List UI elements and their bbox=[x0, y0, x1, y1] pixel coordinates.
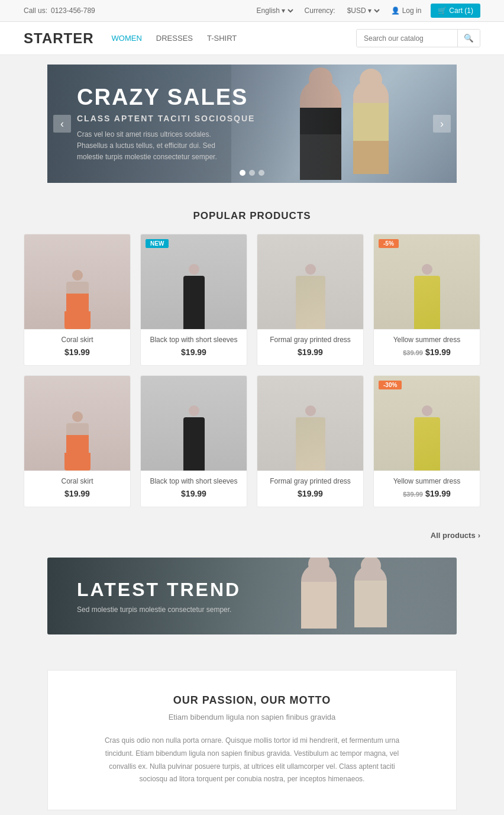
header-left: STARTER WOMEN DRESSES T-SHIRT bbox=[24, 30, 237, 47]
cart-button[interactable]: 🛒 Cart (1) bbox=[431, 4, 480, 18]
top-bar-right: English ▾ Currency: $USD ▾ 👤 Log in 🛒 Ca… bbox=[254, 4, 480, 18]
product-card: -5% Yellow summer dress $39.99$19.99 bbox=[373, 234, 480, 366]
currency-label: Currency: bbox=[305, 7, 335, 15]
top-bar: Call us: 0123-456-789 English ▾ Currency… bbox=[0, 0, 504, 22]
arrow-right-icon: › bbox=[478, 531, 480, 540]
hero-dot-2[interactable] bbox=[249, 170, 255, 176]
product-image bbox=[374, 376, 480, 471]
phone-number: 0123-456-789 bbox=[51, 7, 95, 15]
all-products-link-container: All products › bbox=[0, 525, 504, 552]
products-grid-row1: Coral skirt $19.99 NEW Black top with sh… bbox=[24, 234, 480, 366]
trend-banner-wrapper: LATEST TREND Sed molestie turpis molesti… bbox=[0, 552, 504, 646]
products-grid-row2: Coral skirt $19.99 Black top with short … bbox=[24, 375, 480, 507]
motto-title: OUR PASSION, OUR MOTTO bbox=[95, 694, 409, 707]
product-price: $19.99 bbox=[148, 347, 240, 357]
product-info: Black top with short sleeves $19.99 bbox=[141, 471, 247, 507]
product-info: Coral skirt $19.99 bbox=[24, 471, 130, 507]
hero-body: Cras vel leo sit amet risus ultrices sod… bbox=[77, 129, 231, 163]
product-name: Formal gray printed dress bbox=[264, 336, 356, 344]
product-price: $19.99 bbox=[31, 347, 123, 357]
motto-subtitle: Etiam bibendum ligula non sapien finibus… bbox=[104, 710, 400, 724]
user-icon: 👤 bbox=[391, 7, 400, 15]
hero-title: CRAZY SALES bbox=[77, 85, 255, 110]
product-old-price: $39.99 bbox=[403, 491, 423, 498]
product-price: $19.99 bbox=[264, 489, 356, 498]
hero-next-button[interactable]: › bbox=[433, 115, 451, 133]
product-card: Coral skirt $19.99 bbox=[24, 375, 131, 507]
product-badge-sale: -5% bbox=[379, 239, 399, 248]
hero-subtitle: CLASS APTENT TACITI SOCIOSQUE bbox=[77, 114, 255, 123]
product-name: Black top with short sleeves bbox=[148, 336, 240, 344]
product-price: $39.99$19.99 bbox=[381, 347, 473, 357]
product-info: Black top with short sleeves $19.99 bbox=[141, 329, 247, 365]
nav-women[interactable]: WOMEN bbox=[112, 34, 142, 43]
motto-wrapper: OUR PASSION, OUR MOTTO Etiam bibendum li… bbox=[0, 646, 504, 815]
product-price: $19.99 bbox=[31, 489, 123, 498]
motto-section: OUR PASSION, OUR MOTTO Etiam bibendum li… bbox=[47, 670, 457, 810]
nav-tshirt[interactable]: T-SHIRT bbox=[207, 34, 237, 43]
login-link[interactable]: 👤 Log in bbox=[391, 7, 422, 15]
product-card: Formal gray printed dress $19.99 bbox=[257, 375, 364, 507]
product-info: Formal gray printed dress $19.99 bbox=[257, 471, 363, 507]
hero-dot-3[interactable] bbox=[259, 170, 264, 176]
product-image bbox=[141, 376, 247, 471]
product-name: Formal gray printed dress bbox=[264, 477, 356, 485]
motto-body: Cras quis odio non nulla porta ornare. Q… bbox=[104, 735, 400, 785]
call-label: Call us: bbox=[24, 7, 47, 15]
product-name: Yellow summer dress bbox=[381, 477, 473, 485]
search-icon: 🔍 bbox=[464, 34, 474, 43]
nav-dresses[interactable]: DRESSES bbox=[156, 34, 193, 43]
product-badge-sale: -30% bbox=[379, 381, 402, 389]
product-info: Formal gray printed dress $19.99 bbox=[257, 329, 363, 365]
header: STARTER WOMEN DRESSES T-SHIRT 🔍 bbox=[0, 22, 504, 55]
product-name: Yellow summer dress bbox=[381, 336, 473, 344]
popular-products-title: POPULAR PRODUCTS bbox=[24, 210, 480, 222]
language-select[interactable]: English ▾ bbox=[254, 6, 295, 15]
product-price: $19.99 bbox=[148, 489, 240, 498]
search-input[interactable] bbox=[357, 30, 457, 47]
product-badge-new: NEW bbox=[146, 239, 169, 248]
cart-icon: 🛒 bbox=[438, 7, 447, 15]
main-nav: WOMEN DRESSES T-SHIRT bbox=[112, 34, 237, 43]
product-card: Coral skirt $19.99 bbox=[24, 234, 131, 366]
popular-products-section: POPULAR PRODUCTS Coral skirt $19.99 N bbox=[0, 192, 504, 525]
top-bar-left: Call us: 0123-456-789 bbox=[24, 7, 95, 15]
product-info: Coral skirt $19.99 bbox=[24, 329, 130, 365]
all-products-link[interactable]: All products › bbox=[431, 531, 480, 540]
hero-dots bbox=[240, 170, 264, 176]
product-price: $39.99$19.99 bbox=[381, 489, 473, 498]
product-info: Yellow summer dress $39.99$19.99 bbox=[374, 471, 480, 507]
product-image bbox=[374, 234, 480, 329]
product-image bbox=[257, 234, 363, 329]
product-card: NEW Black top with short sleeves $19.99 bbox=[140, 234, 247, 366]
logo: STARTER bbox=[24, 30, 94, 47]
product-card: Black top with short sleeves $19.99 bbox=[140, 375, 247, 507]
product-card: Formal gray printed dress $19.99 bbox=[257, 234, 364, 366]
product-name: Coral skirt bbox=[31, 477, 123, 485]
hero-content: CRAZY SALES CLASS APTENT TACITI SOCIOSQU… bbox=[47, 67, 285, 181]
hero-dot-1[interactable] bbox=[240, 170, 245, 176]
search-box: 🔍 bbox=[356, 29, 480, 47]
trend-banner: LATEST TREND Sed molestie turpis molesti… bbox=[47, 558, 457, 634]
hero-prev-button[interactable]: ‹ bbox=[53, 115, 71, 133]
search-button[interactable]: 🔍 bbox=[457, 30, 480, 47]
product-name: Black top with short sleeves bbox=[148, 477, 240, 485]
trend-figures bbox=[231, 558, 457, 634]
product-image bbox=[24, 234, 130, 329]
product-name: Coral skirt bbox=[31, 336, 123, 344]
product-image bbox=[141, 234, 247, 329]
currency-select[interactable]: $USD ▾ bbox=[345, 6, 382, 15]
product-old-price: $39.99 bbox=[403, 349, 423, 356]
product-price: $19.99 bbox=[264, 347, 356, 357]
product-card: -30% Yellow summer dress $39.99$19.99 bbox=[373, 375, 480, 507]
trend-body: Sed molestie turpis molestie consectetur… bbox=[77, 605, 241, 614]
product-image bbox=[257, 376, 363, 471]
trend-title: LATEST TREND bbox=[77, 579, 241, 601]
product-image bbox=[24, 376, 130, 471]
product-info: Yellow summer dress $39.99$19.99 bbox=[374, 329, 480, 365]
hero-banner: CRAZY SALES CLASS APTENT TACITI SOCIOSQU… bbox=[47, 65, 457, 183]
